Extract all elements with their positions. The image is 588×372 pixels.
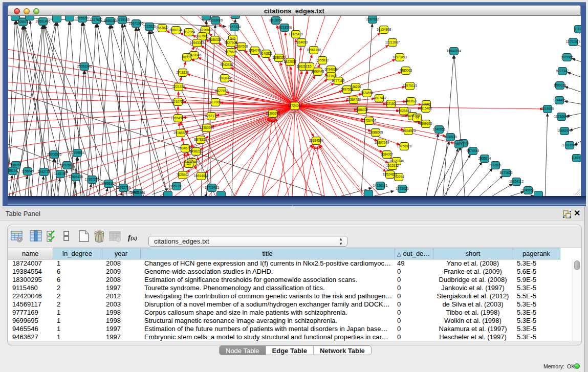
svg-text:7932621: 7932621 [489, 163, 502, 167]
svg-text:18807249: 18807249 [375, 141, 389, 144]
svg-text:16120746: 16120746 [389, 159, 404, 163]
svg-text:16226058: 16226058 [198, 28, 213, 32]
svg-text:1221338: 1221338 [172, 85, 185, 89]
svg-text:6497568: 6497568 [341, 87, 354, 91]
svg-text:10973493: 10973493 [393, 55, 407, 59]
svg-text:8215955: 8215955 [541, 107, 554, 111]
svg-text:8267130: 8267130 [205, 114, 218, 118]
svg-text:1209338: 1209338 [554, 83, 567, 87]
svg-text:25053346: 25053346 [77, 64, 92, 68]
svg-text:10969: 10969 [422, 102, 431, 106]
svg-text:16782759: 16782759 [116, 186, 131, 189]
svg-text:1156849: 1156849 [21, 169, 34, 173]
svg-text:19218506: 19218506 [277, 26, 292, 29]
svg-text:11325419: 11325419 [289, 32, 303, 36]
svg-text:5498222: 5498222 [190, 149, 203, 153]
svg-text:7857224: 7857224 [228, 25, 241, 29]
svg-text:20691406: 20691406 [36, 19, 51, 23]
svg-text:12505135: 12505135 [69, 175, 83, 179]
svg-text:19384554: 19384554 [309, 139, 324, 142]
svg-text:39154: 39154 [8, 169, 17, 172]
svg-text:16210643: 16210643 [554, 115, 569, 118]
svg-text:17016504: 17016504 [562, 143, 577, 147]
svg-text:7955812: 7955812 [316, 58, 329, 62]
svg-text:15692971: 15692971 [557, 129, 572, 133]
svg-text:1145194: 1145194 [54, 172, 67, 176]
svg-text:10807467: 10807467 [372, 96, 387, 100]
svg-text:9227342: 9227342 [556, 69, 569, 73]
svg-text:7485063: 7485063 [400, 69, 412, 72]
svg-text:2935114: 2935114 [478, 157, 491, 160]
svg-text:14055714: 14055714 [16, 20, 31, 24]
svg-text:9777169: 9777169 [332, 79, 345, 82]
svg-text:19756928: 19756928 [397, 144, 412, 148]
svg-text:9242845: 9242845 [221, 63, 233, 67]
svg-text:127: 127 [186, 162, 192, 165]
svg-text:1733426: 1733426 [396, 187, 409, 190]
svg-text:10654112: 10654112 [509, 180, 524, 183]
svg-text:1864090: 1864090 [295, 40, 308, 44]
svg-text:7663822: 7663822 [156, 26, 169, 30]
svg-text:16671365: 16671365 [129, 21, 144, 25]
svg-text:8186328: 8186328 [209, 38, 222, 41]
svg-text:535051: 535051 [10, 163, 21, 167]
svg-text:8990448: 8990448 [312, 70, 324, 73]
svg-text:1010755: 1010755 [172, 100, 185, 103]
svg-text:8471676: 8471676 [500, 171, 513, 174]
svg-text:9327508: 9327508 [225, 41, 237, 45]
svg-text:9474444: 9474444 [467, 149, 480, 152]
svg-text:19166829: 19166829 [173, 131, 188, 135]
svg-text:1640951: 1640951 [433, 127, 446, 131]
svg-text:17957255: 17957255 [85, 178, 100, 181]
svg-text:10025453: 10025453 [397, 109, 411, 113]
svg-text:6871: 6871 [455, 142, 463, 146]
svg-text:9084067: 9084067 [381, 152, 394, 156]
svg-text:19654923: 19654923 [401, 129, 416, 133]
svg-text:546: 546 [230, 37, 236, 40]
svg-text:9329966: 9329966 [561, 55, 574, 59]
svg-text:6794028: 6794028 [325, 68, 338, 71]
svg-text:7986322: 7986322 [356, 108, 368, 112]
svg-text:2367608: 2367608 [235, 45, 248, 48]
svg-text:12975115: 12975115 [403, 84, 417, 87]
svg-text:417006: 417006 [210, 100, 221, 104]
svg-text:15751074: 15751074 [566, 40, 581, 43]
svg-text:2803144: 2803144 [219, 76, 231, 80]
svg-text:18724007: 18724007 [288, 104, 302, 107]
svg-text:19654925: 19654925 [171, 116, 186, 120]
svg-text:116753: 116753 [572, 156, 581, 160]
svg-text:1527602: 1527602 [90, 18, 103, 21]
svg-text:10958107: 10958107 [101, 182, 116, 185]
svg-text:252254: 252254 [393, 175, 404, 179]
svg-text:9327509: 9327509 [196, 34, 209, 38]
svg-text:16644784: 16644784 [447, 49, 462, 53]
svg-text:1615132: 1615132 [386, 164, 399, 167]
svg-text:2087682: 2087682 [366, 17, 379, 21]
svg-text:1588520: 1588520 [273, 56, 286, 59]
svg-text:3912954: 3912954 [183, 30, 195, 34]
svg-text:10688609: 10688609 [368, 130, 383, 134]
svg-text:44: 44 [415, 116, 419, 119]
svg-text:9245652: 9245652 [522, 188, 535, 192]
svg-text:12323405: 12323405 [124, 190, 139, 194]
svg-text:8878354: 8878354 [194, 138, 207, 141]
svg-text:20206536: 20206536 [47, 152, 62, 156]
svg-text:16033809: 16033809 [208, 18, 223, 22]
svg-text:8427552: 8427552 [215, 89, 228, 93]
svg-text:7515526: 7515526 [143, 25, 156, 28]
svg-text:18300295: 18300295 [266, 112, 280, 115]
svg-text:17359934: 17359934 [70, 151, 85, 155]
svg-text:16154808: 16154808 [377, 28, 391, 31]
svg-text:9899695: 9899695 [420, 122, 432, 125]
svg-text:2718120: 2718120 [177, 71, 189, 74]
svg-text:62160: 62160 [386, 102, 396, 105]
svg-text:8660124: 8660124 [170, 28, 183, 32]
svg-text:11121: 11121 [575, 27, 581, 31]
svg-text:15720407: 15720407 [362, 119, 377, 122]
svg-text:9657791: 9657791 [170, 184, 183, 188]
svg-text:15716485: 15716485 [205, 186, 220, 189]
svg-text:15: 15 [308, 64, 312, 68]
svg-text:16914479: 16914479 [194, 174, 209, 178]
svg-text:9397587: 9397587 [61, 163, 74, 167]
svg-text:5938928: 5938928 [444, 135, 457, 139]
